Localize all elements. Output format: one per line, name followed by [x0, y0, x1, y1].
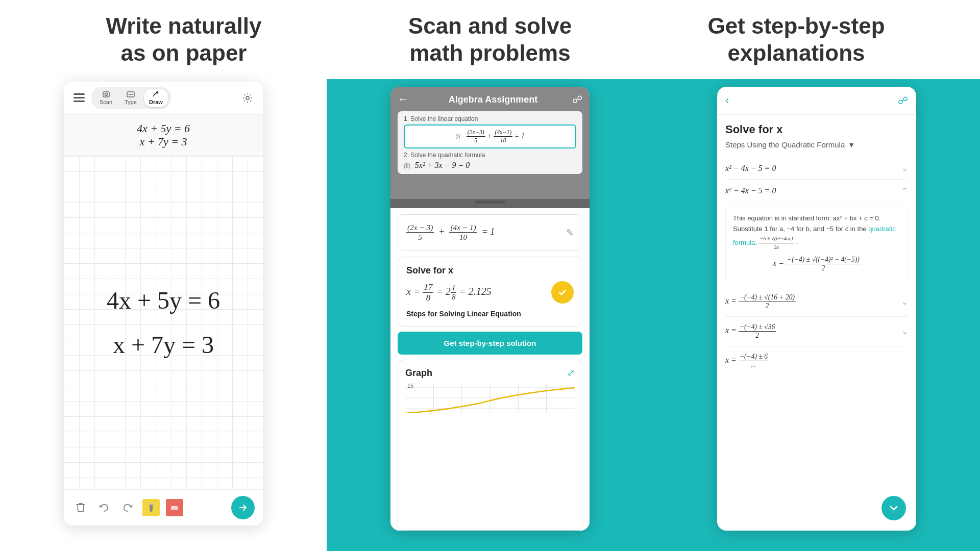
p1-eq-math: (2x−3)5 + (4x−1)10 = 1 [467, 132, 525, 140]
svg-point-4 [105, 93, 107, 96]
svg-rect-3 [103, 92, 109, 97]
hw-eq1: 4x + 5y = 6 [107, 279, 220, 322]
get-steps-button[interactable]: Get step-by-step solution [398, 332, 582, 355]
header-title-3: Get step-by-step explanations [658, 13, 934, 67]
scan-problem-area: 1. Solve the linear equation (i) (2x−3)5… [398, 111, 582, 174]
type-mode-btn[interactable]: Type [119, 89, 142, 107]
header-title-1: Write naturally as on paper [46, 13, 322, 67]
svg-rect-0 [74, 93, 85, 95]
solve-equation: x = 178 = 218 = 2.125 [406, 282, 492, 303]
steps-eq-3: x = −(−4) ± √(16 + 20)2 [725, 293, 796, 310]
graph-header: Graph ⤢ [405, 367, 575, 379]
expanded-text: This equation is in standard form: ax² +… [733, 213, 900, 252]
sidebar-icon[interactable] [71, 90, 87, 106]
problem1-equation: (i) (2x−3)5 + (4x−1)10 = 1 [404, 124, 576, 148]
steps-method-row: Steps Using the Quadratic Formula ▼ [725, 140, 908, 149]
settings-icon[interactable] [239, 90, 256, 106]
phone-write: Scan Type Draw [64, 82, 263, 525]
steps-chevron-1: ⌄ [901, 163, 908, 173]
steps-chevron-2: ⌄ [901, 186, 908, 195]
steps-eq-4: x = −(−4) ± √362 [725, 323, 776, 340]
scan-bookmark-icon[interactable]: ☍ [572, 93, 582, 106]
typed-eq2: x + 7y = 3 [74, 135, 253, 148]
svg-rect-11 [150, 503, 153, 505]
problem1-label: 1. Solve the linear equation [404, 115, 576, 122]
steps-for-solving-label: Steps for Solving Linear Equation [406, 310, 574, 318]
steps-back-btn[interactable]: ‹ [725, 94, 729, 107]
scan-assignment-title: Algebra Assignment [414, 94, 572, 105]
steps-eq-row-4[interactable]: x = −(−4) ± √362 ⌄ [725, 317, 908, 346]
graph-svg [405, 383, 575, 413]
header-row: Write naturally as on paper Scan and sol… [0, 0, 980, 79]
steps-chevron-3: ⌄ [901, 297, 908, 307]
type-label: Type [125, 99, 137, 105]
draw-mode-btn[interactable]: Draw [144, 89, 168, 107]
steps-method-label: Steps Using the Quadratic Formula [725, 140, 845, 149]
graph-area: 15 [405, 383, 575, 413]
sheet-handle [475, 201, 505, 204]
svg-point-7 [156, 91, 158, 93]
submit-button[interactable] [231, 496, 255, 519]
steps-bookmark-icon[interactable]: ☍ [898, 94, 908, 107]
header-col-2: Scan and solve math problems [337, 13, 643, 67]
steps-eq-row-5[interactable]: x = −(−4) ± 6... [725, 346, 908, 375]
write-toolbar: Scan Type Draw [64, 82, 263, 115]
steps-method-arrow-icon: ▼ [848, 141, 855, 149]
draw-label: Draw [149, 99, 163, 105]
edit-icon[interactable]: ✎ [566, 227, 574, 238]
main-row: Scan Type Draw [0, 79, 980, 551]
undo-icon[interactable] [95, 499, 113, 516]
steps-eq-2: x² − 4x − 5 = 0 [725, 186, 776, 195]
steps-eq-1: x² − 4x − 5 = 0 [725, 164, 776, 173]
phone-steps: ‹ ☍ Solve for x Steps Using the Quadrati… [717, 87, 916, 531]
typed-eq1: 4x + 5y = 6 [74, 122, 253, 135]
steps-chevron-4: ⌄ [901, 327, 908, 336]
scan-mode-btn[interactable]: Scan [94, 89, 117, 107]
phone-scan: ← Algebra Assignment ☍ 1. Solve the line… [390, 87, 590, 531]
write-bottom-bar [64, 489, 263, 525]
graph-title: Graph [405, 368, 432, 379]
svg-marker-10 [150, 510, 153, 513]
svg-rect-1 [74, 97, 85, 98]
col-steps: ‹ ☍ Solve for x Steps Using the Quadrati… [653, 79, 980, 551]
typed-equations: 4x + 5y = 6 x + 7y = 3 [64, 115, 263, 156]
steps-main-title: Solve for x [725, 123, 908, 136]
solve-title: Solve for x [406, 265, 574, 276]
steps-top-bar: ‹ ☍ [717, 87, 916, 115]
scroll-down-button[interactable] [881, 496, 906, 520]
steps-expanded-box: This equation is in standard form: ax² +… [725, 206, 908, 283]
steps-eq-row-3[interactable]: x = −(−4) ± √(16 + 20)2 ⌄ [725, 287, 908, 317]
check-button[interactable] [551, 281, 574, 304]
problem2-equation: (ii) 5x² + 3x − 9 = 0 [404, 161, 576, 170]
handwritten-equations: 4x + 5y = 6 x + 7y = 3 [107, 279, 220, 367]
eraser-tool-btn[interactable] [166, 499, 183, 516]
bottom-sheet-handle-area [390, 199, 590, 208]
redo-icon[interactable] [119, 499, 136, 516]
steps-content: Solve for x Steps Using the Quadratic Fo… [717, 115, 916, 531]
trash-icon[interactable] [72, 499, 89, 516]
header-col-1: Write naturally as on paper [31, 13, 337, 67]
scan-result-area: (2x − 3)5 + (4x − 1)10 = 1 ✎ Solve for x… [390, 208, 590, 531]
graph-y-label: 15 [407, 383, 413, 389]
svg-point-8 [246, 96, 249, 99]
steps-eq-row-1[interactable]: x² − 4x − 5 = 0 ⌄ [725, 157, 908, 180]
graph-expand-icon[interactable]: ⤢ [567, 367, 575, 379]
solve-section: Solve for x x = 178 = 218 = 2.125 [398, 257, 582, 327]
solve-result-row: x = 178 = 218 = 2.125 [406, 281, 574, 304]
header-title-2: Scan and solve math problems [352, 13, 628, 67]
mode-btn-group: Scan Type Draw [91, 87, 171, 109]
pencil-tool-btn[interactable] [142, 499, 160, 516]
scan-top-bar: ← Algebra Assignment ☍ [398, 93, 582, 106]
col-scan: ← Algebra Assignment ☍ 1. Solve the line… [327, 79, 653, 551]
col-write: Scan Type Draw [0, 79, 327, 551]
header-col-3: Get step-by-step explanations [643, 13, 949, 67]
scan-label: Scan [100, 99, 112, 105]
hw-eq2: x + 7y = 3 [107, 323, 220, 367]
steps-big-eq-1: x = −(−4) ± √((−4)² − 4(−5))2 [733, 256, 900, 272]
scan-camera-area: ← Algebra Assignment ☍ 1. Solve the line… [390, 87, 590, 199]
scan-back-btn[interactable]: ← [398, 93, 409, 106]
steps-eq-row-2[interactable]: x² − 4x − 5 = 0 ⌄ [725, 180, 908, 202]
result-eq-text: (2x − 3)5 + (4x − 1)10 = 1 [406, 223, 495, 242]
handwritten-area[interactable]: 4x + 5y = 6 x + 7y = 3 [64, 156, 263, 489]
expanded-text-before: This equation is in standard form: ax² +… [733, 214, 880, 233]
